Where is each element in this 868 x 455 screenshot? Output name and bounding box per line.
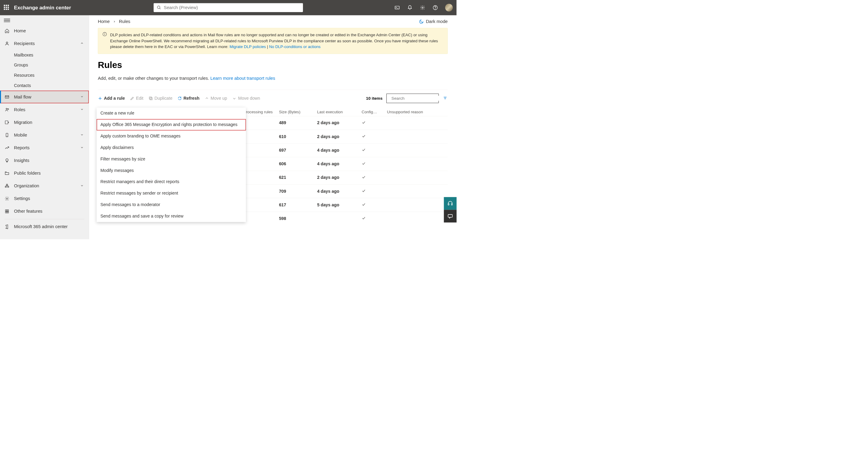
nav-label: Other features [14,209,42,214]
roles-icon [4,107,10,112]
command-icon[interactable] [395,5,400,10]
nav-label: Roles [14,107,25,112]
dropdown-item[interactable]: Send messages to a moderator [97,199,246,211]
arrow-down-icon [232,96,237,101]
cell-config [362,216,387,221]
col-size[interactable]: Size (Bytes) [279,110,317,114]
svg-line-1 [159,8,160,9]
nav-m365-admin[interactable]: Microsoft 365 admin center [0,220,89,233]
nav-reports[interactable]: Reports [0,142,89,154]
svg-point-0 [157,6,160,9]
nav-settings[interactable]: Settings [0,192,89,205]
duplicate-button[interactable]: Duplicate [149,96,173,101]
nav-groups[interactable]: Groups [0,60,89,70]
cell-last: 5 days ago [317,203,362,207]
svg-point-21 [6,198,7,200]
chevron-down-icon [80,107,84,112]
cell-size: 697 [279,148,317,153]
nav-label: Home [14,28,26,34]
nav-migration[interactable]: Migration [0,116,89,129]
nav-insights[interactable]: Insights [0,154,89,167]
move-down-button[interactable]: Move down [232,96,260,101]
hamburger-icon[interactable] [4,19,10,23]
search-icon [157,5,161,10]
svg-point-28 [104,33,105,34]
cell-size: 489 [279,120,317,125]
add-rule-button[interactable]: Add a rule [98,96,125,101]
nav-recipients[interactable]: Recipients [0,37,89,50]
app-launcher-icon[interactable] [4,5,10,10]
svg-rect-2 [395,6,399,9]
nav-mailboxes[interactable]: Mailboxes [0,50,89,60]
refresh-icon [178,96,182,101]
edit-button[interactable]: Edit [130,96,143,101]
nav-mail-flow[interactable]: Mail flow [0,91,89,103]
org-icon [4,183,10,188]
cell-config [362,147,387,153]
notifications-icon[interactable] [407,5,413,10]
banner-link-migrate[interactable]: Migrate DLP policies [229,44,266,49]
office-icon [4,224,10,229]
headset-icon [447,201,453,206]
nav-label: Organization [14,183,39,188]
nav-contacts[interactable]: Contacts [0,80,89,91]
dropdown-item[interactable]: Send messages and save a copy for review [97,211,246,222]
rules-search-input[interactable] [392,96,443,101]
mobile-icon [4,133,10,138]
cell-config [362,134,387,139]
feedback-button[interactable] [444,210,457,222]
nav-home[interactable]: Home [0,25,89,37]
nav-label: Microsoft 365 admin center [14,224,68,229]
svg-point-9 [6,108,7,110]
col-unsupported[interactable]: Unsupported reason [387,110,447,114]
home-icon [4,28,10,34]
dropdown-item[interactable]: Modify messages [97,165,246,176]
svg-rect-14 [6,184,7,185]
nav-organization[interactable]: Organization [0,179,89,192]
banner-link-nodlp[interactable]: No DLP-conditions or actions [269,44,320,49]
dropdown-item[interactable]: Filter messages by size [97,153,246,165]
rules-search[interactable] [386,94,439,103]
support-button[interactable] [444,197,457,210]
global-search[interactable] [154,3,303,12]
dropdown-item[interactable]: Restrict managers and their direct repor… [97,176,246,188]
grid-icon [4,209,10,214]
col-config[interactable]: Config… [362,110,387,114]
refresh-button[interactable]: Refresh [178,96,199,101]
dark-mode-toggle[interactable]: Dark mode [419,19,447,24]
global-search-input[interactable] [164,5,300,10]
nav-label: Settings [14,196,30,201]
svg-rect-11 [5,121,8,124]
col-last[interactable]: Last execution [317,110,362,114]
nav-other-features[interactable]: Other features [0,205,89,218]
settings-icon[interactable] [420,5,426,10]
gear-icon [4,196,10,201]
nav-mobile[interactable]: Mobile [0,129,89,142]
user-avatar[interactable] [445,4,453,11]
move-up-button[interactable]: Move up [205,96,227,101]
chevron-down-icon [80,94,84,99]
nav-public-folders[interactable]: Public folders [0,167,89,179]
nav-roles[interactable]: Roles [0,103,89,116]
breadcrumb-home[interactable]: Home [98,19,110,24]
dropdown-item[interactable]: Apply Office 365 Message Encryption and … [97,119,246,130]
reports-icon [4,145,10,150]
svg-rect-55 [452,204,453,205]
svg-rect-23 [7,210,9,211]
cell-size: 610 [279,134,317,139]
nav-label: Insights [14,158,29,163]
dropdown-item[interactable]: Restrict messages by sender or recipient [97,188,246,199]
dropdown-item[interactable]: Apply custom branding to OME messages [97,130,246,142]
page-description: Add, edit, or make other changes to your… [98,75,447,81]
filter-button[interactable] [442,96,447,101]
cell-size: 598 [279,216,317,221]
help-icon[interactable] [433,5,438,10]
mail-icon [4,94,10,99]
dropdown-item[interactable]: Apply disclaimers [97,142,246,153]
nav-resources[interactable]: Resources [0,70,89,80]
top-bar: Exchange admin center [0,0,457,15]
svg-rect-32 [149,97,151,99]
dropdown-item[interactable]: Create a new rule [97,108,246,119]
learn-more-link[interactable]: Learn more about transport rules [211,75,275,80]
svg-rect-22 [5,210,7,211]
